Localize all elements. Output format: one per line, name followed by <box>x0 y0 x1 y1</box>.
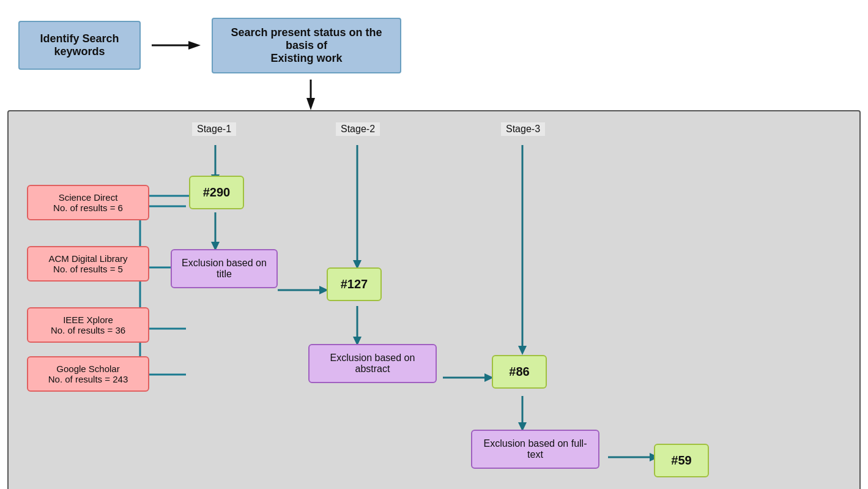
db-count: No. of results = 243 <box>48 374 128 384</box>
db-acm: ACM Digital Library No. of results = 5 <box>27 246 149 282</box>
db-name: Google Scholar <box>56 364 119 374</box>
arrows-overlay <box>9 111 859 489</box>
stage3-label: Stage-3 <box>501 122 545 136</box>
svg-marker-22 <box>518 346 527 355</box>
db-name: Science Direct <box>59 192 118 203</box>
box2-line1: Search present status on the basis of <box>224 26 389 52</box>
identify-keywords-box: Identify Search keywords <box>18 21 141 70</box>
top-section: Identify Search keywords Search present … <box>0 0 868 80</box>
db-name: ACM Digital Library <box>48 253 127 264</box>
result-86: #86 <box>492 355 547 389</box>
svg-marker-1 <box>188 41 201 50</box>
db-count: No. of results = 6 <box>53 203 123 213</box>
exclusion-title: Exclusion based on title <box>171 249 278 288</box>
svg-marker-3 <box>306 98 315 110</box>
box1-line1: Identify Search <box>31 32 128 45</box>
top-down-arrow-container <box>0 80 868 110</box>
stage2-label: Stage-2 <box>336 122 380 136</box>
db-ieee: IEEE Xplore No. of results = 36 <box>27 307 149 343</box>
exclusion-fulltext: Exclusion based on full-text <box>471 430 599 469</box>
box1-line2: keywords <box>31 45 128 58</box>
result-59: #59 <box>654 444 709 477</box>
db-count: No. of results = 36 <box>51 325 125 335</box>
main-section: Stage-1 Stage-2 Stage-3 Science Direct N… <box>7 110 861 489</box>
db-google-scholar: Google Scholar No. of results = 243 <box>27 356 149 392</box>
existing-work-box: Search present status on the basis of Ex… <box>212 18 401 73</box>
result-290: #290 <box>189 176 244 209</box>
db-count: No. of results = 5 <box>53 264 123 274</box>
top-arrow-right <box>152 36 201 54</box>
db-name: IEEE Xplore <box>63 315 113 325</box>
db-science-direct: Science Direct No. of results = 6 <box>27 185 149 220</box>
exclusion-abstract: Exclusion based on abstract <box>308 344 437 383</box>
box2-line2: Existing work <box>224 52 389 65</box>
result-127: #127 <box>327 267 382 301</box>
stage1-label: Stage-1 <box>192 122 236 136</box>
